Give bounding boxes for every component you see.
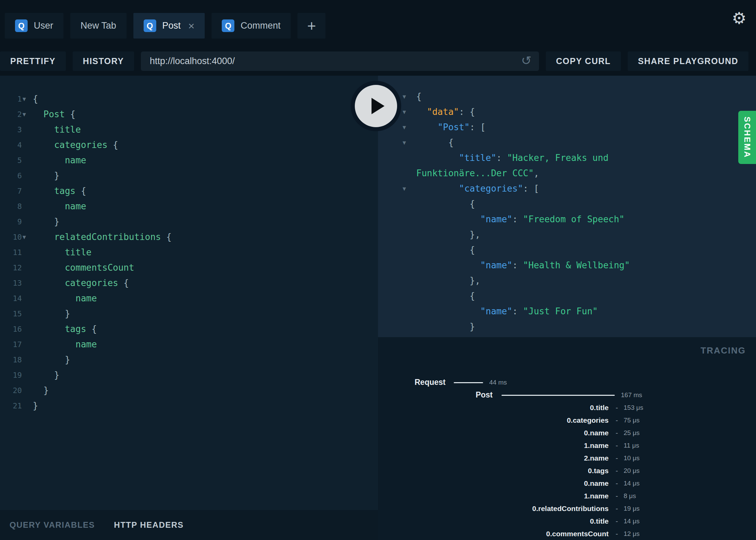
tracing-duration-text: 20 μs — [624, 464, 640, 477]
tracing-resolver-label: 0.title — [378, 401, 609, 414]
schema-side-tab-label: SCHEMA — [742, 117, 752, 158]
tracing-dash: - — [612, 477, 622, 490]
add-tab-button[interactable]: + — [297, 13, 325, 39]
query-line: 18 } — [0, 352, 378, 368]
close-tab-icon[interactable]: × — [188, 20, 195, 31]
code-token — [33, 324, 65, 334]
reload-icon[interactable]: ↺ — [521, 54, 532, 68]
line-number: 21 — [0, 398, 22, 414]
code-token — [416, 122, 438, 132]
line-gutter: 2▾ — [0, 107, 33, 122]
line-number: 15 — [0, 306, 22, 321]
execute-query-button[interactable] — [355, 85, 397, 127]
response-viewer: ▾{▾ "data": {▾ "Post": [▾ { "title": "Ha… — [378, 76, 756, 337]
query-code: title — [33, 122, 81, 137]
settings-gear-icon[interactable]: ⚙ — [732, 10, 746, 27]
query-code: name — [33, 153, 86, 168]
line-number: 4 — [0, 137, 22, 153]
query-variables-tab[interactable]: QUERY VARIABLES — [10, 520, 95, 530]
history-button[interactable]: HISTORY — [73, 51, 134, 71]
query-code: name — [33, 199, 86, 214]
code-token: } — [33, 170, 59, 181]
prettify-button[interactable]: PRETTIFY — [0, 51, 66, 71]
tracing-panel: TRACING Request44 msPost167 ms0.title-15… — [378, 337, 756, 540]
line-number: 6 — [0, 168, 22, 183]
code-token: name — [75, 293, 97, 303]
query-line: 5 name — [0, 153, 378, 168]
http-headers-tab[interactable]: HTTP HEADERS — [114, 520, 184, 530]
query-line: 14 name — [0, 291, 378, 306]
tracing-dash: - — [612, 464, 622, 477]
fold-arrow-icon[interactable]: ▾ — [403, 104, 416, 120]
response-code: "name": "Freedom of Speech" — [416, 212, 625, 227]
tracing-duration-text: 12 μs — [624, 527, 640, 540]
tracing-resolver-label: Request — [378, 376, 446, 389]
tab-user[interactable]: QUser — [5, 13, 63, 39]
query-editor[interactable]: 1▾{2▾ Post {3 title4 categories {5 name6… — [0, 76, 378, 510]
code-token: categories — [65, 278, 118, 288]
code-token: { — [416, 291, 475, 301]
code-token: : { — [459, 107, 475, 117]
line-number: 3 — [0, 122, 22, 137]
share-playground-button[interactable]: SHARE PLAYGROUND — [628, 51, 748, 71]
response-code: } — [416, 319, 475, 334]
line-gutter: 11 — [0, 245, 33, 260]
response-line: { — [378, 242, 756, 258]
tab-label: New Tab — [81, 20, 116, 31]
code-token: "Health & Wellbeing" — [523, 260, 630, 270]
code-token: title — [65, 247, 91, 257]
code-token — [33, 186, 54, 196]
code-token: name — [65, 155, 86, 165]
fold-arrow-icon[interactable]: ▾ — [23, 107, 26, 122]
tracing-resolver-label: 0.relatedContributions — [378, 502, 609, 515]
code-token: name — [65, 201, 86, 211]
code-token: { — [118, 278, 129, 288]
query-code: } — [33, 306, 70, 321]
response-line: Funktionäre...Der CCC", — [378, 166, 756, 181]
tracing-resolver-label: 0.commentsCount — [378, 527, 609, 540]
tracing-duration-bar — [454, 382, 483, 383]
tab-label: User — [34, 20, 53, 31]
line-gutter: 12 — [0, 260, 33, 275]
line-number: 9 — [0, 214, 22, 229]
query-code: } — [33, 168, 59, 183]
tracing-row: 0.relatedContributions-19 μs — [378, 502, 756, 515]
code-token: : — [512, 214, 523, 224]
code-token: { — [416, 199, 475, 209]
code-token: "Post" — [438, 122, 470, 132]
fold-gutter-spacer — [403, 288, 416, 304]
line-number: 16 — [0, 321, 22, 337]
tab-comment[interactable]: QComment — [212, 13, 291, 39]
endpoint-url-input[interactable] — [141, 51, 539, 71]
line-number: 11 — [0, 245, 22, 260]
tab-post[interactable]: QPost× — [133, 13, 205, 39]
code-token: commentsCount — [65, 262, 134, 273]
code-token: , — [534, 168, 539, 178]
fold-arrow-icon[interactable]: ▾ — [403, 120, 416, 135]
tracing-dash: - — [612, 452, 622, 464]
fold-arrow-icon[interactable]: ▾ — [23, 91, 26, 107]
fold-arrow-icon[interactable]: ▾ — [23, 229, 26, 245]
query-code: { — [33, 91, 38, 107]
code-token: "name" — [480, 260, 512, 270]
copy-curl-button[interactable]: COPY CURL — [546, 51, 621, 71]
query-tab-icon: Q — [144, 19, 156, 32]
line-gutter: 4 — [0, 137, 33, 153]
fold-arrow-icon[interactable]: ▾ — [403, 89, 416, 104]
line-gutter: 7 — [0, 183, 33, 199]
tracing-row: 0.title-153 μs — [378, 401, 756, 414]
query-code: } — [33, 398, 38, 414]
response-code: { — [416, 288, 475, 304]
code-token: "Just For Fun" — [523, 306, 598, 316]
fold-arrow-icon[interactable]: ▾ — [403, 181, 416, 196]
code-token: : — [512, 306, 523, 316]
response-code: "name": "Health & Wellbeing" — [416, 258, 630, 273]
tracing-title: TRACING — [701, 345, 746, 356]
fold-arrow-icon[interactable]: ▾ — [403, 135, 416, 150]
tracing-resolver-label: Post — [378, 389, 493, 401]
tab-new-tab[interactable]: New Tab — [70, 13, 127, 39]
response-line: ▾ "data": { — [378, 104, 756, 120]
line-gutter: 14 — [0, 291, 33, 306]
code-token: { — [416, 245, 475, 255]
schema-side-tab[interactable]: SCHEMA — [738, 111, 756, 164]
